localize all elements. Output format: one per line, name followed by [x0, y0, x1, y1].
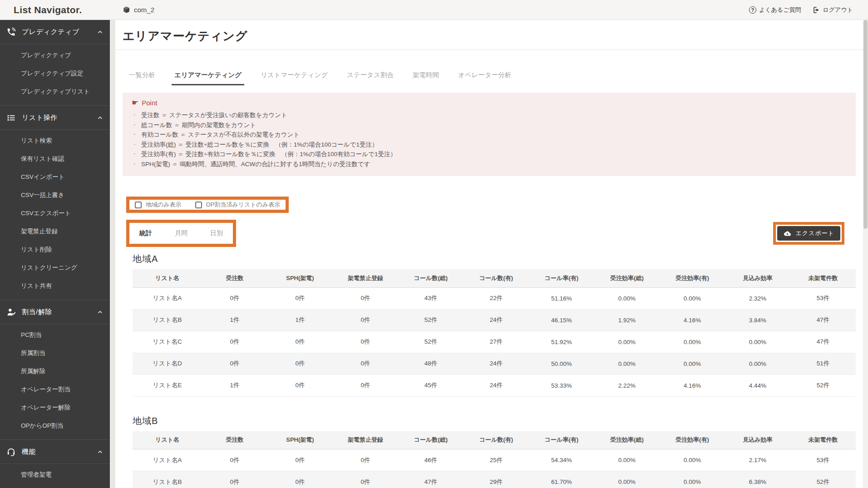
table-cell: 0.00% [660, 353, 725, 375]
sidebar-item[interactable]: プレディクティブリスト [0, 83, 110, 101]
table-cell: 52件 [790, 375, 856, 396]
filter-checkbox[interactable]: OP割当済みリストのみ表示 [195, 201, 281, 209]
sidebar-section-label: 割当/解除 [22, 308, 91, 316]
checkbox-box[interactable] [135, 202, 142, 208]
filter-checkbox[interactable]: 地域のみ表示 [135, 201, 182, 209]
table-header-row: リスト名受注数SPH(架電)架電禁止登録コール数(総)コール数(有)コール率(有… [133, 269, 856, 287]
view-tab[interactable]: 日別 [210, 229, 223, 237]
sidebar-item[interactable]: リスト検索 [0, 132, 110, 150]
table-cell: 54.34% [529, 449, 594, 471]
sidebar-item[interactable]: オペレーター割当 [0, 380, 110, 399]
sidebar-section-header[interactable]: リスト操作 [0, 105, 110, 130]
table-cell: 50.00% [529, 353, 594, 375]
table-cell: 1.92% [594, 309, 660, 331]
column-header: コール数(有) [464, 269, 529, 287]
sidebar-section-label: リスト操作 [22, 113, 91, 122]
export-button[interactable]: エクスポート [777, 226, 840, 241]
table-cell: 24件 [464, 309, 529, 331]
faq-label: よくあるご質問 [759, 6, 801, 14]
page-scrollbar[interactable] [863, 20, 868, 488]
sidebar-section-header[interactable]: プレディクティブ [0, 20, 110, 44]
sidebar-item[interactable]: 所属割当 [0, 344, 110, 362]
column-header: リスト名 [133, 269, 202, 287]
scrollbar-thumb[interactable] [863, 20, 868, 229]
column-header: 受注効率(有) [660, 269, 725, 287]
app-logo[interactable]: List Navigator. [14, 5, 100, 15]
checkbox-filters: 地域のみ表示OP割当済みリストのみ表示 [129, 200, 286, 210]
sidebar-item[interactable]: 管理者架電 [0, 466, 110, 484]
sidebar-section-header[interactable]: 割当/解除 [0, 300, 110, 324]
table-row: リスト名C0件0件0件52件27件51.92%0.00%0.00%0.00%47… [133, 331, 856, 353]
table-cell: 0件 [267, 353, 333, 375]
column-header: 架電禁止登録 [333, 269, 398, 287]
chevron-up-icon [97, 114, 104, 121]
sidebar-item[interactable]: リストクリーニング [0, 259, 110, 277]
export-highlight: エクスポート [773, 222, 844, 245]
point-bullet: ・SPH(架電) ＝ 鳴動時間、通話時間、ACWの合計に対する1時間当たりの受注… [132, 159, 847, 169]
column-header: コール数(総) [398, 269, 464, 287]
sidebar-item[interactable]: 保有リスト確認 [0, 150, 110, 168]
point-bullet-text: 受注効率(総) ＝ 受注数÷総コール数を％に変換 （例：1%の場合100コールで… [141, 140, 378, 150]
sidebar-item[interactable]: オペレーター解除 [0, 399, 110, 417]
table-cell: 0件 [267, 471, 333, 488]
sidebar-item[interactable]: リスト共有 [0, 277, 110, 295]
column-header: 未架電件数 [790, 431, 856, 449]
chevron-up-icon [97, 449, 104, 455]
table-row: リスト名B1件1件0件52件24件46.15%1.92%4.16%3.84%47… [133, 309, 856, 331]
view-tab[interactable]: 月間 [175, 229, 187, 237]
analysis-tab[interactable]: エリアマーケティング [172, 71, 244, 85]
analysis-tab[interactable]: リストマーケティング [258, 71, 330, 85]
sidebar-section: リスト操作リスト検索保有リスト確認CSVインポートCSV一括上書きCSVエクスポ… [0, 105, 110, 300]
sidebar-section-header[interactable]: 機能 [0, 439, 110, 464]
sidebar-item[interactable]: CSVインポート [0, 168, 110, 186]
point-box: ☛ Point ・受注数 ＝ ステータスが受注扱いの顧客数をカウント・総コール数… [123, 93, 856, 176]
analysis-tab[interactable]: ステータス割合 [344, 71, 396, 85]
region-table: リスト名受注数SPH(架電)架電禁止登録コール数(総)コール数(有)コール率(有… [133, 431, 856, 488]
table-cell: 4.16% [660, 309, 725, 331]
sidebar-item[interactable]: OPからOP割当 [0, 417, 110, 435]
sidebar-item[interactable]: CSVエクスポート [0, 204, 110, 222]
bullet-dot: ・ [132, 110, 137, 120]
table-cell: 46.15% [529, 309, 594, 331]
table-cell: 0件 [333, 353, 398, 375]
sidebar-item[interactable]: 所属解除 [0, 362, 110, 380]
sidebar-item[interactable]: プレディクティブ設定 [0, 64, 110, 83]
export-label: エクスポート [795, 229, 834, 237]
table-cell: 0件 [333, 471, 398, 488]
table-cell: 0件 [333, 375, 398, 396]
table-cell: 0件 [202, 471, 267, 488]
table-cell: 0.00% [660, 449, 725, 471]
chevron-up-icon [97, 29, 104, 35]
sidebar-item[interactable]: リスト削除 [0, 241, 110, 259]
column-header: 受注数 [202, 431, 267, 449]
table-cell: 53.33% [529, 375, 594, 396]
analysis-tab[interactable]: 架電時間 [410, 71, 442, 85]
analysis-tab[interactable]: 一覧分析 [126, 71, 158, 85]
workspace-selector[interactable]: com_2 [123, 6, 154, 14]
checkbox-label: OP割当済みリストのみ表示 [206, 201, 281, 209]
table-row: リスト名D0件0件0件48件24件50.00%0.00%0.00%0.00%51… [133, 353, 856, 375]
topbar-actions: ? よくあるご質問 ログアウト [749, 6, 868, 14]
view-tab[interactable]: 統計 [139, 229, 152, 237]
checkbox-box[interactable] [195, 202, 202, 208]
sidebar-item[interactable]: CSV一括上書き [0, 186, 110, 204]
sidebar-item[interactable]: PC割当 [0, 326, 110, 344]
region-heading: 地域A [133, 253, 856, 265]
view-row: 統計月間日別 エクスポート [126, 220, 856, 247]
logout-link[interactable]: ログアウト [813, 6, 853, 14]
table-cell: 47件 [398, 471, 464, 488]
table-cell: 0件 [333, 309, 398, 331]
sidebar-item[interactable]: 架電禁止登録 [0, 222, 110, 241]
sidebar-item-list: 管理者架電 [0, 464, 110, 488]
analysis-tab[interactable]: オペレーター分析 [455, 71, 514, 85]
column-header: 受注効率(総) [594, 269, 660, 287]
column-header: 受注効率(総) [594, 431, 660, 449]
table-cell: 43件 [398, 287, 464, 309]
faq-link[interactable]: ? よくあるご質問 [749, 6, 801, 14]
table-cell: 0.00% [594, 449, 660, 471]
checkbox-label: 地域のみ表示 [146, 201, 182, 209]
table-cell: リスト名A [133, 287, 202, 309]
sidebar-section: 割当/解除PC割当所属割当所属解除オペレーター割当オペレーター解除OPからOP割… [0, 300, 110, 439]
sidebar-item[interactable]: プレディクティブ [0, 46, 110, 64]
table-cell: 0件 [202, 287, 267, 309]
